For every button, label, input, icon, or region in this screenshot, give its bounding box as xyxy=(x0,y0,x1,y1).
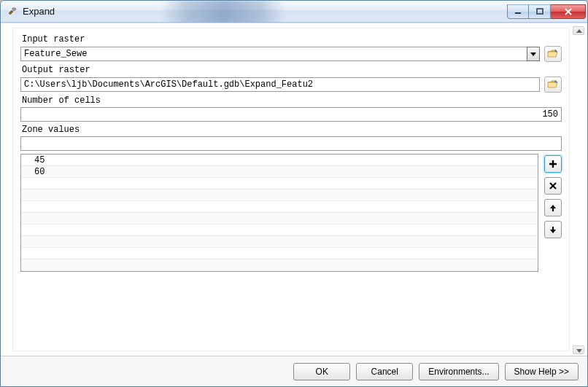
zone-remove-button[interactable] xyxy=(544,177,562,195)
minimize-button[interactable] xyxy=(507,4,529,19)
zone-move-down-button[interactable] xyxy=(544,221,562,238)
environments-button[interactable]: Environments... xyxy=(419,363,498,380)
list-item[interactable] xyxy=(21,248,538,259)
zone-values-buttons xyxy=(544,154,562,272)
folder-open-icon xyxy=(547,79,559,90)
zone-add-button[interactable] xyxy=(544,155,562,173)
number-of-cells-field[interactable] xyxy=(20,107,562,122)
list-item[interactable] xyxy=(21,259,538,271)
folder-open-icon xyxy=(547,49,559,59)
svg-rect-0 xyxy=(515,12,521,14)
show-help-button[interactable]: Show Help >> xyxy=(505,363,579,380)
form-panel: Input raster Output raster xyxy=(12,28,570,351)
list-item[interactable] xyxy=(21,213,538,224)
client-area: Input raster Output raster xyxy=(1,23,587,386)
list-item[interactable]: 60 xyxy=(21,166,538,178)
window-buttons xyxy=(507,4,586,19)
cancel-button[interactable]: Cancel xyxy=(356,363,413,380)
number-of-cells-label: Number of cells xyxy=(22,95,562,106)
output-raster-field[interactable] xyxy=(20,77,540,92)
list-item[interactable] xyxy=(21,178,538,189)
window-title: Expand xyxy=(23,6,507,17)
input-raster-dropdown-button[interactable] xyxy=(527,47,540,61)
zone-values-list[interactable]: 4560 xyxy=(20,154,538,272)
input-raster-browse-button[interactable] xyxy=(544,46,562,62)
output-raster-label: Output raster xyxy=(22,65,562,75)
dialog-footer: OK Cancel Environments... Show Help >> xyxy=(1,356,587,386)
plus-icon xyxy=(548,159,558,169)
list-item[interactable] xyxy=(21,236,538,248)
expand-dialog: Expand Input raster xyxy=(0,0,588,387)
svg-rect-1 xyxy=(537,9,543,14)
input-raster-field[interactable] xyxy=(20,47,527,61)
arrow-up-icon xyxy=(549,203,557,212)
list-item[interactable]: 45 xyxy=(21,155,538,166)
maximize-button[interactable] xyxy=(529,4,551,19)
list-item[interactable] xyxy=(21,189,538,201)
x-icon xyxy=(549,181,557,190)
input-raster-combo xyxy=(20,47,540,61)
scroll-up-button[interactable] xyxy=(573,26,584,35)
arrow-down-icon xyxy=(549,225,557,234)
zone-values-input[interactable] xyxy=(20,136,562,151)
list-item[interactable] xyxy=(21,201,538,213)
list-item[interactable] xyxy=(21,224,538,236)
zone-values-label: Zone values xyxy=(22,125,562,135)
hammer-icon xyxy=(7,6,18,17)
output-raster-browse-button[interactable] xyxy=(544,77,562,93)
input-raster-label: Input raster xyxy=(22,34,562,44)
ok-button[interactable]: OK xyxy=(293,363,350,380)
titlebar[interactable]: Expand xyxy=(1,1,587,23)
scroll-down-button[interactable] xyxy=(573,345,584,354)
close-button[interactable] xyxy=(551,4,586,19)
zone-move-up-button[interactable] xyxy=(544,199,562,216)
